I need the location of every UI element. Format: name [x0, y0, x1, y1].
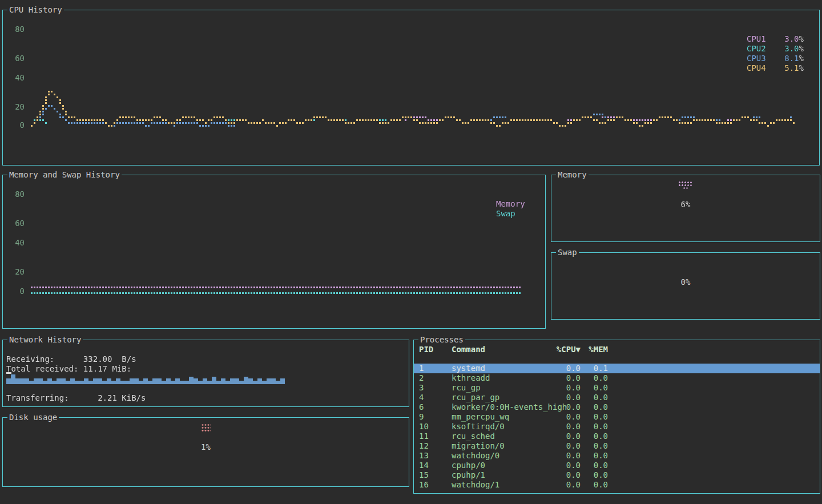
process-mem: 0.0 — [581, 393, 608, 402]
process-mem: 0.0 — [581, 373, 608, 383]
table-row[interactable]: 6kworker/0:0H-events_high0.00.0 — [414, 402, 820, 412]
process-mem: 0.0 — [581, 412, 608, 422]
process-pid: 16 — [419, 480, 452, 490]
cpu-legend-item: CPU45.1% — [747, 63, 804, 73]
table-row[interactable]: 12migration/00.00.0 — [414, 441, 820, 451]
process-mem: 0.0 — [581, 402, 608, 412]
memswap-legend-memory: Memory — [496, 199, 525, 209]
memory-gauge-title: Memory — [556, 170, 589, 179]
network-transferring-line: Transferring: 2.21 KiB/s — [6, 393, 146, 402]
process-cmd: migration/0 — [452, 441, 543, 451]
memory-gauge-dots — [678, 181, 693, 189]
cpu-legend-value: 3.0 — [784, 34, 799, 43]
disk-gauge-percent: 1% — [3, 442, 409, 451]
process-mem: 0.1 — [581, 364, 608, 373]
column-header-cpu-sort[interactable]: %CPU▼ — [543, 345, 581, 354]
process-pid: 3 — [419, 383, 452, 393]
process-pid: 6 — [419, 402, 452, 412]
process-rows: 1systemd0.00.12kthreadd0.00.03rcu_gp0.00… — [414, 364, 820, 490]
table-row[interactable]: 2kthreadd0.00.0 — [414, 373, 820, 383]
process-cpu: 0.0 — [543, 364, 581, 373]
process-mem: 0.0 — [581, 441, 608, 451]
process-cmd: ksoftirqd/0 — [452, 422, 543, 432]
process-mem: 0.0 — [581, 422, 608, 432]
memswap-ytick-80: 80 — [11, 189, 25, 199]
process-pid: 14 — [419, 461, 452, 470]
column-header-mem[interactable]: %MEM — [581, 345, 608, 354]
cpu-legend-pct: % — [799, 34, 804, 43]
process-cpu: 0.0 — [543, 432, 581, 441]
memswap-history-panel: Memory and Swap History 80 60 40 20 0 Me… — [2, 175, 546, 329]
process-cmd: rcu_gp — [452, 383, 543, 393]
processes-header: PID Command %CPU▼ %MEM — [414, 345, 820, 354]
table-row[interactable]: 13watchdog/00.00.0 — [414, 451, 820, 461]
process-cpu: 0.0 — [543, 412, 581, 422]
network-history-panel: Network History Receiving: 332.00 B/s To… — [2, 340, 409, 407]
memswap-history-chart — [3, 175, 545, 328]
process-cpu: 0.0 — [543, 402, 581, 412]
process-cpu: 0.0 — [543, 480, 581, 490]
process-pid: 4 — [419, 393, 452, 402]
process-mem: 0.0 — [581, 461, 608, 470]
cpu-legend-value: 8.1 — [784, 54, 799, 63]
process-cpu: 0.0 — [543, 451, 581, 461]
process-cpu: 0.0 — [543, 373, 581, 383]
cpu-ytick-0: 0 — [11, 120, 25, 130]
process-mem: 0.0 — [581, 432, 608, 441]
cpu-legend-value: 5.1 — [784, 63, 799, 72]
table-row[interactable]: 11rcu_sched0.00.0 — [414, 432, 820, 441]
cpu-ytick-40: 40 — [11, 73, 25, 82]
cpu-legend-label: CPU2 — [747, 44, 766, 54]
cpu-legend-label: CPU3 — [747, 54, 766, 63]
network-receiving-line: Receiving: 332.00 B/s — [6, 354, 136, 364]
process-pid: 13 — [419, 451, 452, 461]
process-cmd: systemd — [452, 364, 543, 373]
column-header-pid[interactable]: PID — [419, 345, 452, 354]
cpu-legend-item: CPU13.0% — [747, 34, 804, 44]
cpu-legend-item: CPU23.0% — [747, 44, 804, 54]
process-pid: 15 — [419, 470, 452, 480]
table-row[interactable]: 15cpuhp/10.00.0 — [414, 470, 820, 480]
cpu-ytick-80: 80 — [11, 25, 25, 34]
cpu-legend-pct: % — [799, 63, 804, 72]
cpu-history-panel: CPU History 80 60 40 20 0 CPU13.0% CPU23… — [2, 10, 820, 166]
process-cpu: 0.0 — [543, 383, 581, 393]
process-pid: 9 — [419, 412, 452, 422]
cpu-legend-pct: % — [799, 54, 804, 63]
process-cpu: 0.0 — [543, 461, 581, 470]
swap-gauge-panel: Swap 0% — [551, 252, 820, 320]
process-cmd: mm_percpu_wq — [452, 412, 543, 422]
process-pid: 2 — [419, 373, 452, 383]
process-cmd: rcu_par_gp — [452, 393, 543, 402]
memswap-legend-swap: Swap — [496, 209, 515, 219]
column-header-command[interactable]: Command — [452, 345, 543, 354]
table-row[interactable]: 10ksoftirqd/00.00.0 — [414, 422, 820, 432]
processes-title: Processes — [418, 335, 465, 344]
memswap-ytick-40: 40 — [11, 238, 25, 247]
processes-panel: Processes PID Command %CPU▼ %MEM 1system… — [413, 340, 820, 494]
cpu-history-chart — [3, 10, 819, 165]
memswap-ytick-20: 20 — [11, 267, 25, 276]
process-cmd: cpuhp/1 — [452, 470, 543, 480]
cpu-legend-item: CPU38.1% — [747, 54, 804, 63]
memswap-ytick-0: 0 — [11, 287, 25, 296]
process-cpu: 0.0 — [543, 393, 581, 402]
memswap-ytick-60: 60 — [11, 219, 25, 228]
table-row[interactable]: 4rcu_par_gp0.00.0 — [414, 393, 820, 402]
table-row[interactable]: 14cpuhp/00.00.0 — [414, 461, 820, 470]
cpu-legend-label: CPU1 — [747, 34, 766, 44]
process-mem: 0.0 — [581, 383, 608, 393]
process-mem: 0.0 — [581, 480, 608, 490]
table-row[interactable]: 1systemd0.00.1 — [414, 364, 820, 373]
network-total-received-line: Total received: 11.17 MiB: — [6, 364, 131, 373]
cpu-legend-value: 3.0 — [784, 44, 799, 53]
process-cmd: watchdog/1 — [452, 480, 543, 490]
process-cmd: kworker/0:0H-events_high — [452, 402, 543, 412]
table-row[interactable]: 9mm_percpu_wq0.00.0 — [414, 412, 820, 422]
process-pid: 1 — [419, 364, 452, 373]
swap-gauge-title: Swap — [556, 248, 579, 257]
table-row[interactable]: 3rcu_gp0.00.0 — [414, 383, 820, 393]
process-cpu: 0.0 — [543, 441, 581, 451]
process-cmd: rcu_sched — [452, 432, 543, 441]
table-row[interactable]: 16watchdog/10.00.0 — [414, 480, 820, 490]
